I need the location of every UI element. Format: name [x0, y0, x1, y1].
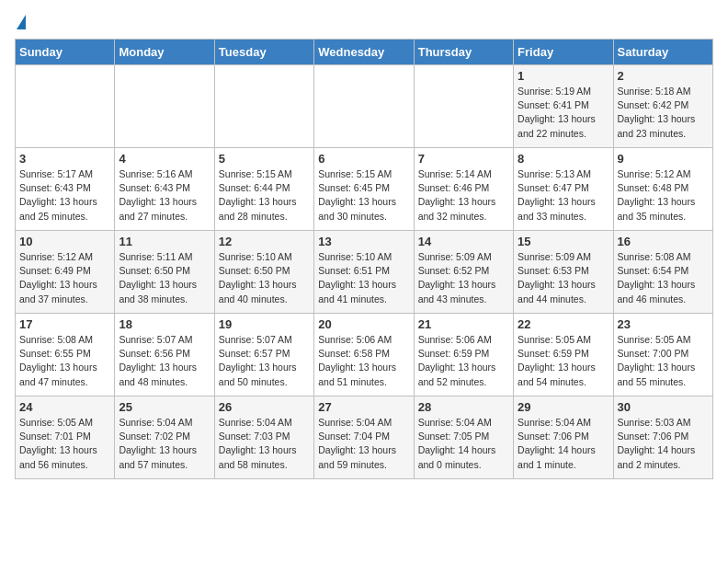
day-info: Sunrise: 5:05 AMSunset: 7:00 PMDaylight:…: [618, 333, 709, 389]
day-info: Sunrise: 5:03 AMSunset: 7:06 PMDaylight:…: [618, 416, 709, 472]
day-info: Sunrise: 5:13 AMSunset: 6:47 PMDaylight:…: [518, 167, 609, 224]
day-number: 8: [518, 152, 609, 166]
day-info: Sunrise: 5:06 AMSunset: 6:58 PMDaylight:…: [318, 333, 409, 389]
day-cell: 5Sunrise: 5:15 AMSunset: 6:44 PMDaylight…: [214, 148, 313, 231]
week-row-2: 3Sunrise: 5:17 AMSunset: 6:43 PMDaylight…: [16, 148, 713, 231]
week-row-1: 1Sunrise: 5:19 AMSunset: 6:41 PMDaylight…: [16, 65, 713, 148]
day-header-friday: Friday: [514, 40, 613, 65]
day-number: 11: [119, 235, 210, 248]
logo: [15, 15, 26, 31]
page-header: [15, 15, 713, 31]
day-info: Sunrise: 5:08 AMSunset: 6:55 PMDaylight:…: [19, 333, 110, 389]
day-info: Sunrise: 5:08 AMSunset: 6:54 PMDaylight:…: [618, 250, 709, 306]
day-number: 19: [219, 317, 310, 331]
day-number: 3: [19, 152, 110, 166]
day-info: Sunrise: 5:12 AMSunset: 6:49 PMDaylight:…: [19, 250, 110, 306]
day-number: 1: [518, 69, 609, 83]
day-cell: 13Sunrise: 5:10 AMSunset: 6:51 PMDayligh…: [314, 231, 414, 314]
day-info: Sunrise: 5:04 AMSunset: 7:06 PMDaylight:…: [518, 416, 609, 472]
day-cell: 24Sunrise: 5:05 AMSunset: 7:01 PMDayligh…: [16, 396, 115, 479]
day-info: Sunrise: 5:17 AMSunset: 6:43 PMDaylight:…: [19, 167, 110, 224]
day-number: 15: [518, 235, 609, 248]
day-info: Sunrise: 5:18 AMSunset: 6:42 PMDaylight:…: [618, 85, 709, 141]
day-number: 17: [19, 317, 110, 331]
day-number: 27: [318, 400, 409, 414]
day-info: Sunrise: 5:05 AMSunset: 6:59 PMDaylight:…: [518, 333, 609, 389]
calendar-header: SundayMondayTuesdayWednesdayThursdayFrid…: [16, 40, 713, 65]
day-number: 24: [19, 400, 110, 414]
week-row-4: 17Sunrise: 5:08 AMSunset: 6:55 PMDayligh…: [16, 314, 713, 396]
day-cell: 15Sunrise: 5:09 AMSunset: 6:53 PMDayligh…: [514, 231, 613, 314]
day-cell: 4Sunrise: 5:16 AMSunset: 6:43 PMDaylight…: [115, 148, 214, 231]
day-cell: 17Sunrise: 5:08 AMSunset: 6:55 PMDayligh…: [16, 314, 115, 396]
day-info: Sunrise: 5:06 AMSunset: 6:59 PMDaylight:…: [418, 333, 509, 389]
day-cell: 30Sunrise: 5:03 AMSunset: 7:06 PMDayligh…: [613, 396, 712, 479]
day-info: Sunrise: 5:04 AMSunset: 7:02 PMDaylight:…: [119, 416, 210, 472]
day-cell: 23Sunrise: 5:05 AMSunset: 7:00 PMDayligh…: [613, 314, 712, 396]
week-row-3: 10Sunrise: 5:12 AMSunset: 6:49 PMDayligh…: [16, 231, 713, 314]
day-number: 9: [618, 152, 709, 166]
day-info: Sunrise: 5:05 AMSunset: 7:01 PMDaylight:…: [19, 416, 110, 472]
day-cell: 16Sunrise: 5:08 AMSunset: 6:54 PMDayligh…: [613, 231, 712, 314]
day-info: Sunrise: 5:07 AMSunset: 6:56 PMDaylight:…: [119, 333, 210, 389]
day-info: Sunrise: 5:10 AMSunset: 6:51 PMDaylight:…: [318, 250, 409, 306]
day-cell: 26Sunrise: 5:04 AMSunset: 7:03 PMDayligh…: [214, 396, 313, 479]
day-cell: 20Sunrise: 5:06 AMSunset: 6:58 PMDayligh…: [314, 314, 414, 396]
day-info: Sunrise: 5:16 AMSunset: 6:43 PMDaylight:…: [119, 167, 210, 224]
day-number: 20: [318, 317, 409, 331]
day-header-monday: Monday: [115, 40, 214, 65]
day-cell: 8Sunrise: 5:13 AMSunset: 6:47 PMDaylight…: [514, 148, 613, 231]
day-number: 2: [618, 69, 709, 83]
day-number: 23: [618, 317, 709, 331]
day-info: Sunrise: 5:04 AMSunset: 7:04 PMDaylight:…: [318, 416, 409, 472]
day-cell: [16, 65, 115, 148]
day-cell: 1Sunrise: 5:19 AMSunset: 6:41 PMDaylight…: [514, 65, 613, 148]
day-info: Sunrise: 5:15 AMSunset: 6:45 PMDaylight:…: [318, 167, 409, 224]
day-cell: 22Sunrise: 5:05 AMSunset: 6:59 PMDayligh…: [514, 314, 613, 396]
day-info: Sunrise: 5:09 AMSunset: 6:53 PMDaylight:…: [518, 250, 609, 306]
day-header-tuesday: Tuesday: [214, 40, 313, 65]
day-cell: 27Sunrise: 5:04 AMSunset: 7:04 PMDayligh…: [314, 396, 414, 479]
day-number: 14: [418, 235, 509, 248]
day-number: 28: [418, 400, 509, 414]
day-cell: [414, 65, 513, 148]
day-info: Sunrise: 5:12 AMSunset: 6:48 PMDaylight:…: [618, 167, 709, 224]
day-number: 25: [119, 400, 210, 414]
calendar-body: 1Sunrise: 5:19 AMSunset: 6:41 PMDaylight…: [16, 65, 713, 479]
day-number: 13: [318, 235, 409, 248]
week-row-5: 24Sunrise: 5:05 AMSunset: 7:01 PMDayligh…: [16, 396, 713, 479]
header-row: SundayMondayTuesdayWednesdayThursdayFrid…: [16, 40, 713, 65]
day-cell: 3Sunrise: 5:17 AMSunset: 6:43 PMDaylight…: [16, 148, 115, 231]
day-cell: 29Sunrise: 5:04 AMSunset: 7:06 PMDayligh…: [514, 396, 613, 479]
day-number: 5: [219, 152, 310, 166]
day-cell: 11Sunrise: 5:11 AMSunset: 6:50 PMDayligh…: [115, 231, 214, 314]
day-info: Sunrise: 5:04 AMSunset: 7:05 PMDaylight:…: [418, 416, 509, 472]
day-cell: 19Sunrise: 5:07 AMSunset: 6:57 PMDayligh…: [214, 314, 313, 396]
day-cell: [115, 65, 214, 148]
day-cell: 18Sunrise: 5:07 AMSunset: 6:56 PMDayligh…: [115, 314, 214, 396]
day-cell: 2Sunrise: 5:18 AMSunset: 6:42 PMDaylight…: [613, 65, 712, 148]
day-number: 18: [119, 317, 210, 331]
day-cell: [314, 65, 414, 148]
day-number: 12: [219, 235, 310, 248]
day-number: 30: [618, 400, 709, 414]
day-info: Sunrise: 5:15 AMSunset: 6:44 PMDaylight:…: [219, 167, 310, 224]
logo-triangle-icon: [17, 15, 26, 29]
day-cell: 14Sunrise: 5:09 AMSunset: 6:52 PMDayligh…: [414, 231, 513, 314]
day-info: Sunrise: 5:07 AMSunset: 6:57 PMDaylight:…: [219, 333, 310, 389]
day-cell: 28Sunrise: 5:04 AMSunset: 7:05 PMDayligh…: [414, 396, 513, 479]
day-number: 26: [219, 400, 310, 414]
calendar-table: SundayMondayTuesdayWednesdayThursdayFrid…: [15, 39, 713, 479]
day-cell: 9Sunrise: 5:12 AMSunset: 6:48 PMDaylight…: [613, 148, 712, 231]
day-info: Sunrise: 5:04 AMSunset: 7:03 PMDaylight:…: [219, 416, 310, 472]
day-number: 6: [318, 152, 409, 166]
day-cell: [214, 65, 313, 148]
day-number: 7: [418, 152, 509, 166]
day-header-sunday: Sunday: [16, 40, 115, 65]
day-header-thursday: Thursday: [414, 40, 513, 65]
day-info: Sunrise: 5:19 AMSunset: 6:41 PMDaylight:…: [518, 85, 609, 141]
day-cell: 12Sunrise: 5:10 AMSunset: 6:50 PMDayligh…: [214, 231, 313, 314]
day-cell: 7Sunrise: 5:14 AMSunset: 6:46 PMDaylight…: [414, 148, 513, 231]
day-header-wednesday: Wednesday: [314, 40, 414, 65]
day-number: 29: [518, 400, 609, 414]
